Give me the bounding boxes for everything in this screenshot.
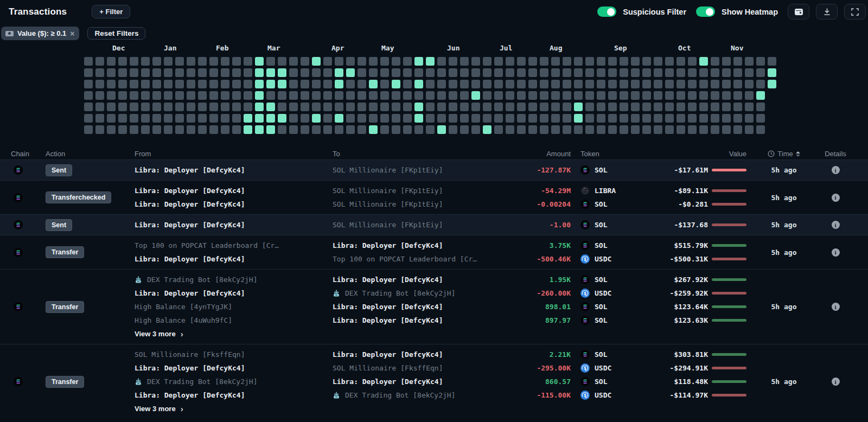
heatmap-cell[interactable]	[631, 91, 640, 100]
heatmap-cell[interactable]	[380, 57, 389, 66]
heatmap-cell[interactable]	[506, 80, 514, 88]
heatmap-cell[interactable]	[676, 91, 685, 100]
heatmap-cell[interactable]	[722, 91, 731, 100]
heatmap-cell[interactable]	[244, 68, 252, 77]
heatmap-cell[interactable]	[301, 114, 309, 123]
heatmap-cell[interactable]	[84, 68, 93, 77]
heatmap-cell[interactable]	[631, 57, 640, 66]
heatmap-cell[interactable]	[346, 103, 355, 111]
heatmap-cell[interactable]	[278, 114, 286, 123]
heatmap-cell[interactable]	[107, 103, 116, 111]
heatmap-cell[interactable]	[745, 80, 754, 88]
heatmap-cell[interactable]	[358, 80, 366, 88]
heatmap-cell[interactable]	[642, 57, 651, 66]
heatmap-cell[interactable]	[426, 114, 435, 123]
heatmap-cell[interactable]	[118, 114, 127, 123]
from-entity[interactable]: DEX Trading Bot [8ekCy2jH]	[130, 375, 328, 388]
heatmap-cell[interactable]	[198, 114, 207, 123]
to-entity[interactable]: Libra: Deployer [DefcyKc4]	[328, 239, 534, 252]
heatmap-cell[interactable]	[141, 91, 150, 100]
heatmap-cell[interactable]	[266, 68, 275, 77]
heatmap-cell[interactable]	[403, 103, 412, 111]
heatmap-cell[interactable]	[483, 125, 492, 134]
heatmap-cell[interactable]	[745, 57, 754, 66]
from-entity[interactable]: Top 100 on POPCAT Leaderboard [Cr…	[130, 239, 328, 252]
heatmap-cell[interactable]	[528, 114, 537, 123]
heatmap-cell[interactable]	[187, 114, 195, 123]
heatmap-cell[interactable]	[733, 68, 742, 77]
heatmap-cell[interactable]	[449, 80, 457, 88]
heatmap-cell[interactable]	[312, 68, 321, 77]
heatmap-cell[interactable]	[722, 80, 731, 88]
heatmap-cell[interactable]	[414, 80, 423, 88]
heatmap-cell[interactable]	[255, 114, 264, 123]
heatmap-cell[interactable]	[608, 80, 617, 88]
heatmap-cell[interactable]	[403, 114, 412, 123]
heatmap-cell[interactable]	[403, 57, 412, 66]
heatmap-cell[interactable]	[289, 80, 298, 88]
heatmap-cell[interactable]	[494, 114, 503, 123]
heatmap-cell[interactable]	[494, 57, 503, 66]
heatmap-cell[interactable]	[494, 68, 503, 77]
heatmap-cell[interactable]	[733, 114, 742, 123]
heatmap-cell[interactable]	[84, 103, 93, 111]
heatmap-cell[interactable]	[585, 57, 594, 66]
heatmap-cell[interactable]	[528, 57, 537, 66]
heatmap-cell[interactable]	[380, 91, 389, 100]
heatmap-cell[interactable]	[620, 103, 628, 111]
heatmap-cell[interactable]	[84, 57, 93, 66]
heatmap-cell[interactable]	[551, 80, 560, 88]
heatmap-cell[interactable]	[403, 80, 412, 88]
heatmap-cell[interactable]	[358, 114, 366, 123]
heatmap-cell[interactable]	[528, 103, 537, 111]
heatmap-cell[interactable]	[494, 80, 503, 88]
heatmap-cell[interactable]	[722, 103, 731, 111]
heatmap-cell[interactable]	[426, 57, 435, 66]
heatmap-cell[interactable]	[118, 103, 127, 111]
heatmap-cell[interactable]	[711, 68, 719, 77]
heatmap-cell[interactable]	[95, 68, 104, 77]
heatmap-cell[interactable]	[414, 57, 423, 66]
heatmap-cell[interactable]	[597, 125, 605, 134]
from-entity[interactable]: DEX Trading Bot [8ekCy2jH]	[130, 273, 328, 286]
reset-filters-button[interactable]: Reset Filters	[87, 27, 145, 40]
heatmap-cell[interactable]	[403, 91, 412, 100]
heatmap-cell[interactable]	[654, 57, 662, 66]
heatmap-cell[interactable]	[745, 68, 754, 77]
heatmap-cell[interactable]	[551, 125, 560, 134]
to-entity[interactable]: Libra: Deployer [DefcyKc4]	[328, 273, 534, 286]
heatmap-cell[interactable]	[574, 80, 583, 88]
heatmap-cell[interactable]	[471, 125, 480, 134]
heatmap-cell[interactable]	[278, 91, 286, 100]
heatmap-cell[interactable]	[654, 80, 662, 88]
heatmap-cell[interactable]	[471, 68, 480, 77]
table-row[interactable]: TransferSOL Millionaire [FksffEqn]Libra:…	[0, 344, 868, 419]
heatmap-cell[interactable]	[551, 91, 560, 100]
heatmap-cell[interactable]	[209, 91, 218, 100]
heatmap-cell[interactable]	[688, 114, 697, 123]
heatmap-cell[interactable]	[437, 114, 446, 123]
heatmap-cell[interactable]	[745, 91, 754, 100]
heatmap-cell[interactable]	[551, 114, 560, 123]
heatmap-cell[interactable]	[278, 57, 286, 66]
heatmap-cell[interactable]	[266, 91, 275, 100]
heatmap-cell[interactable]	[403, 68, 412, 77]
heatmap-cell[interactable]	[426, 91, 435, 100]
table-row[interactable]: Transfer DEX Trading Bot [8ekCy2jH]Libra…	[0, 269, 868, 344]
heatmap-cell[interactable]	[323, 91, 332, 100]
heatmap-cell[interactable]	[722, 57, 731, 66]
heatmap-cell[interactable]	[665, 125, 674, 134]
heatmap-cell[interactable]	[175, 125, 184, 134]
heatmap-cell[interactable]	[563, 57, 571, 66]
heatmap-cell[interactable]	[84, 80, 93, 88]
from-entity[interactable]: Libra: Deployer [DefcyKc4]	[130, 184, 328, 197]
heatmap-cell[interactable]	[232, 114, 241, 123]
table-row[interactable]: SentLibra: Deployer [DefcyKc4]SOL Millio…	[0, 159, 868, 180]
heatmap-cell[interactable]	[733, 57, 742, 66]
heatmap-cell[interactable]	[460, 68, 469, 77]
heatmap-cell[interactable]	[266, 57, 275, 66]
heatmap-cell[interactable]	[517, 91, 526, 100]
heatmap-cell[interactable]	[335, 91, 343, 100]
heatmap-cell[interactable]	[722, 125, 731, 134]
details-info-icon[interactable]: i	[832, 194, 840, 202]
